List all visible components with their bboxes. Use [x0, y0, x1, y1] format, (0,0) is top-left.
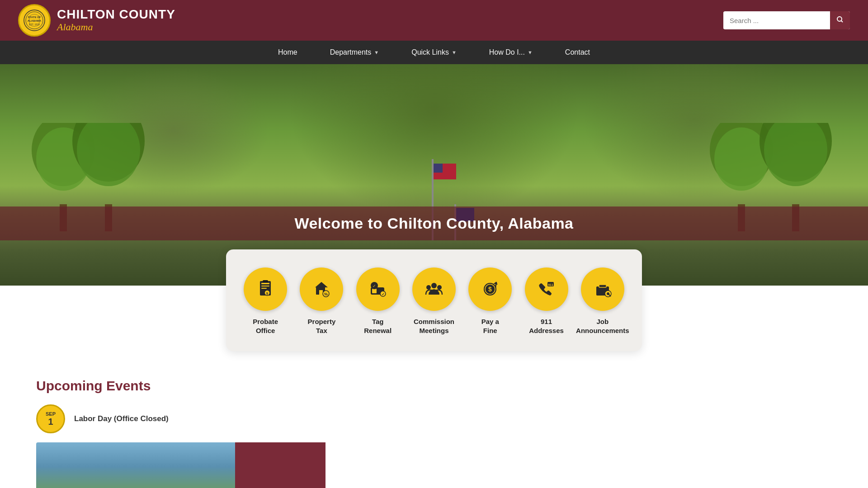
- probate-icon-circle: $: [244, 267, 287, 311]
- commission-label: CommissionMeetings: [414, 317, 454, 335]
- quick-link-probate[interactable]: $ ProbateOffice: [241, 267, 290, 335]
- landscape-image: [36, 442, 235, 488]
- logo-icon: STATE OF ALABAMA EST. 1819: [18, 4, 51, 37]
- probate-label: ProbateOffice: [253, 317, 278, 335]
- property-tax-icon-circle: %: [300, 267, 343, 311]
- tag-renewal-icon-circle: ✓ ✓: [356, 267, 400, 311]
- quick-link-commission[interactable]: CommissionMeetings: [409, 267, 459, 335]
- svg-text:$: $: [266, 291, 269, 296]
- svg-text:%: %: [324, 292, 328, 296]
- quick-link-jobs[interactable]: JobAnnouncements: [578, 267, 627, 335]
- search-area: [723, 11, 850, 29]
- svg-rect-24: [434, 164, 443, 173]
- svg-rect-31: [263, 280, 268, 282]
- nav-departments[interactable]: Departments ▼: [314, 41, 395, 64]
- pay-fine-label: Pay aFine: [481, 317, 499, 335]
- search-input[interactable]: [723, 12, 830, 29]
- chevron-down-icon: ▼: [452, 50, 457, 55]
- svg-point-11: [77, 123, 140, 186]
- commission-icon-circle: [412, 267, 456, 311]
- logo-area[interactable]: STATE OF ALABAMA EST. 1819 CHILTON COUNT…: [18, 4, 175, 37]
- svg-rect-23: [434, 173, 456, 175]
- svg-text:$: $: [488, 286, 492, 293]
- chevron-down-icon: ▼: [528, 50, 533, 55]
- jobs-label: JobAnnouncements: [576, 317, 629, 335]
- image-section: [36, 442, 832, 488]
- event-date-badge: SEP 1: [36, 404, 65, 433]
- event-row: SEP 1 Labor Day (Office Closed): [36, 404, 832, 433]
- red-panel: [235, 442, 326, 488]
- county-name: CHILTON COUNTY: [57, 8, 175, 22]
- svg-point-47: [437, 285, 442, 290]
- main-nav: Home Departments ▼ Quick Links ▼ How Do …: [0, 41, 868, 64]
- nav-home[interactable]: Home: [262, 41, 314, 64]
- svg-point-46: [426, 285, 431, 290]
- site-header: STATE OF ALABAMA EST. 1819 CHILTON COUNT…: [0, 0, 868, 41]
- jobs-icon-circle: [581, 267, 624, 311]
- quick-link-911[interactable]: 911 911Addresses: [522, 267, 571, 335]
- svg-text:911: 911: [548, 283, 553, 286]
- nav-how-do-i[interactable]: How Do I... ▼: [473, 41, 549, 64]
- quick-links-grid: $ ProbateOffice % PropertyTax: [240, 267, 628, 335]
- chevron-down-icon: ▼: [374, 50, 379, 55]
- welcome-banner: Welcome to Chilton County, Alabama: [0, 206, 868, 240]
- property-tax-label: PropertyTax: [308, 317, 336, 335]
- svg-rect-40: [372, 289, 377, 293]
- svg-text:✓: ✓: [381, 292, 384, 296]
- event-day: 1: [48, 417, 53, 427]
- search-button[interactable]: [830, 11, 850, 29]
- svg-rect-30: [261, 288, 267, 289]
- svg-point-17: [764, 123, 827, 186]
- svg-point-45: [431, 283, 437, 288]
- svg-text:✓: ✓: [373, 284, 376, 288]
- quick-link-property-tax[interactable]: % PropertyTax: [297, 267, 346, 335]
- quick-link-tag-renewal[interactable]: ✓ ✓ TagRenewal: [353, 267, 403, 335]
- main-content: Upcoming Events SEP 1 Labor Day (Office …: [0, 351, 868, 488]
- welcome-text: Welcome to Chilton County, Alabama: [294, 215, 573, 232]
- svg-marker-35: [315, 282, 328, 287]
- svg-line-6: [841, 21, 843, 23]
- upcoming-events-title: Upcoming Events: [36, 378, 832, 394]
- nav-contact[interactable]: Contact: [549, 41, 606, 64]
- svg-rect-28: [261, 283, 269, 284]
- pay-fine-icon-circle: $: [468, 267, 512, 311]
- event-name: Labor Day (Office Closed): [74, 414, 169, 423]
- state-name: Alabama: [57, 21, 175, 33]
- logo-text: CHILTON COUNTY Alabama: [57, 8, 175, 33]
- search-box: [723, 11, 850, 29]
- svg-rect-29: [261, 286, 269, 286]
- tag-renewal-label: TagRenewal: [364, 317, 392, 335]
- 911-icon-circle: 911: [525, 267, 568, 311]
- nav-quick-links[interactable]: Quick Links ▼: [395, 41, 473, 64]
- 911-label: 911Addresses: [529, 317, 564, 335]
- quick-links-card: $ ProbateOffice % PropertyTax: [226, 249, 642, 351]
- quick-link-pay-fine[interactable]: $ Pay aFine: [465, 267, 515, 335]
- svg-rect-36: [319, 290, 323, 295]
- event-month: SEP: [46, 411, 56, 417]
- svg-rect-55: [599, 285, 606, 287]
